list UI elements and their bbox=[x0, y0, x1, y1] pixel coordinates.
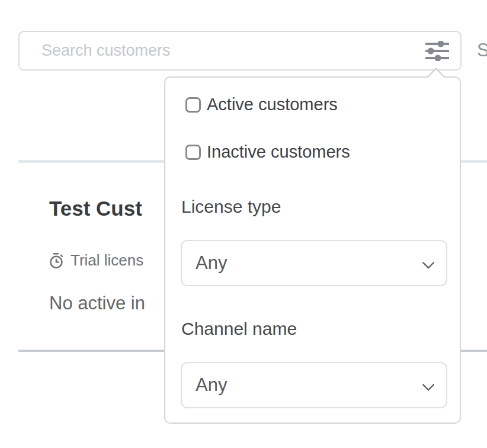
license-type-label: License type bbox=[181, 197, 281, 217]
search-box bbox=[18, 31, 462, 71]
sliders-icon bbox=[425, 41, 450, 61]
license-type-select[interactable]: Any bbox=[181, 240, 447, 286]
active-customers-label: Active customers bbox=[207, 95, 338, 114]
stopwatch-icon bbox=[49, 252, 65, 269]
channel-name-label: Channel name bbox=[181, 319, 297, 339]
partial-right-text: S bbox=[477, 40, 487, 61]
channel-name-value: Any bbox=[182, 375, 227, 396]
chevron-down-icon bbox=[422, 261, 435, 268]
inactive-customers-label: Inactive customers bbox=[207, 142, 350, 162]
inactive-customers-option[interactable]: Inactive customers bbox=[185, 142, 350, 162]
license-status-text: Trial licens bbox=[71, 251, 143, 270]
customer-name: Test Cust bbox=[49, 197, 142, 220]
installations-note: No active in bbox=[49, 293, 145, 314]
popover-arrow bbox=[427, 68, 445, 86]
active-customers-option[interactable]: Active customers bbox=[185, 95, 338, 114]
channel-name-select[interactable]: Any bbox=[181, 362, 447, 408]
active-customers-checkbox[interactable] bbox=[185, 97, 201, 113]
filter-button[interactable] bbox=[423, 38, 451, 64]
license-status-row: Trial licens bbox=[49, 251, 143, 270]
inactive-customers-checkbox[interactable] bbox=[185, 145, 201, 160]
filter-popover: Active customers Inactive customers Lice… bbox=[164, 76, 461, 424]
license-type-value: Any bbox=[182, 252, 227, 274]
chevron-down-icon bbox=[422, 383, 435, 391]
search-input[interactable] bbox=[20, 32, 423, 69]
